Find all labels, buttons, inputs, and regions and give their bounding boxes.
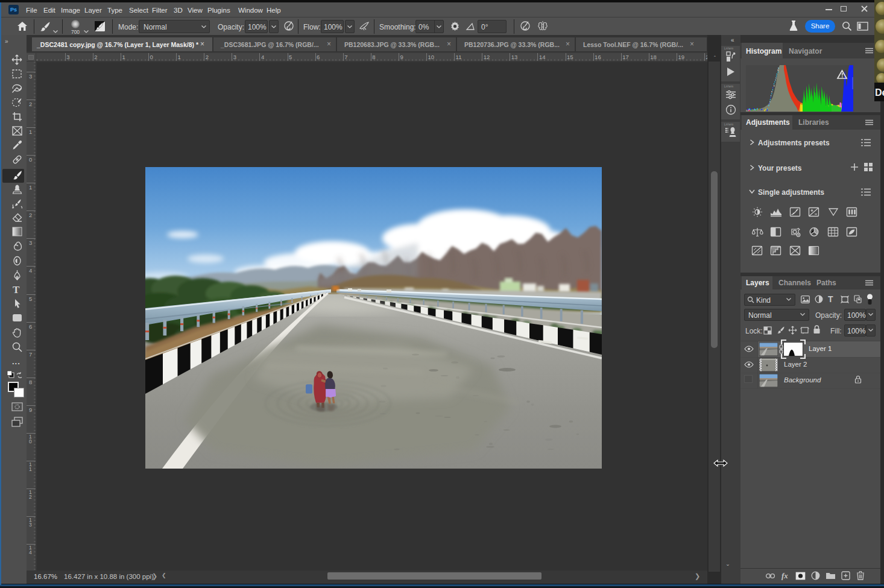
svg-text:De: De — [875, 87, 884, 98]
